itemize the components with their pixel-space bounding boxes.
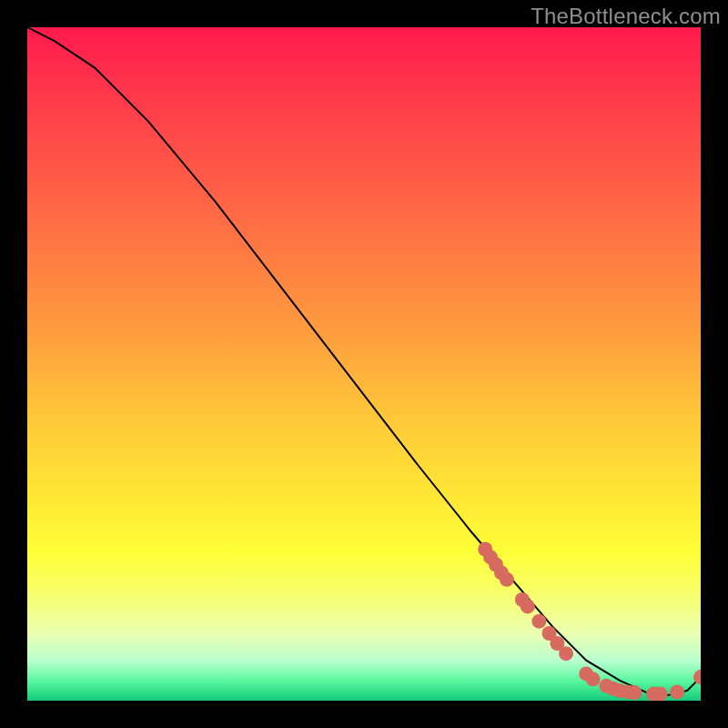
data-point [670, 684, 684, 699]
data-point [628, 685, 642, 700]
data-point [586, 672, 601, 686]
data-point [531, 614, 546, 629]
data-point [559, 646, 573, 661]
data-point [521, 599, 535, 613]
curve-line [27, 27, 701, 695]
data-point [500, 572, 514, 587]
data-point [653, 687, 668, 701]
chart-stage: TheBottleneck.com [0, 0, 728, 728]
plot-area [27, 27, 701, 701]
watermark-text: TheBottleneck.com [531, 4, 721, 29]
marker-group [478, 542, 701, 702]
curve-layer [27, 27, 701, 701]
